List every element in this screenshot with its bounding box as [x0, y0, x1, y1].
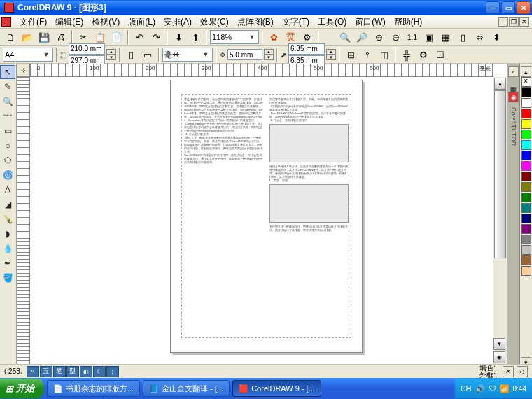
ruler-origin[interactable]: ⊹ [17, 64, 30, 77]
swatch-8[interactable] [522, 172, 531, 181]
swatch-12[interactable] [522, 214, 531, 223]
docker-expand-button[interactable]: « [508, 66, 519, 77]
doc-restore-button[interactable]: ❐ [509, 17, 519, 27]
spiral-tool[interactable]: 🌀 [0, 168, 15, 182]
tray-icon-1[interactable]: 🔊 [475, 384, 485, 393]
units-combo[interactable]: 毫米▼ [162, 48, 213, 62]
nudge-spinner[interactable]: ▲▼ [264, 49, 274, 60]
freehand-tool[interactable]: 〰 [0, 109, 15, 123]
palette-up-button[interactable]: ▴ [521, 66, 531, 77]
task-3[interactable]: 🟥CorelDRAW 9 - [... [232, 380, 321, 397]
zoom-out-button[interactable]: 🔎 [354, 29, 370, 45]
ruler-horizontal[interactable]: 0 100 200 300 400 500 600 毫米 [30, 64, 493, 77]
swatch-3[interactable] [522, 119, 531, 129]
scroll-pan-button[interactable]: ◉ [493, 351, 505, 363]
menu-window[interactable]: 窗口(W) [351, 15, 389, 29]
snap-guide-button[interactable]: ⫯ [360, 47, 375, 62]
swatch-16[interactable] [522, 255, 531, 265]
menu-effects[interactable]: 效果(C) [196, 15, 233, 29]
landscape-button[interactable]: ▭ [140, 47, 155, 62]
task-2[interactable]: 📘金山全文翻译 - [... [143, 380, 230, 397]
canvas-viewport[interactable]: 通过排版软件的名称，就会想到利用排版软件中的文字、行距排版，在排版中的某项需求，… [30, 77, 493, 365]
zoom-all-button[interactable]: ▦ [438, 29, 454, 45]
swatch-none[interactable] [522, 77, 531, 87]
swatch-1[interactable] [522, 98, 531, 108]
zoom-selection-button[interactable]: ▣ [421, 29, 437, 45]
swatch-11[interactable] [522, 203, 531, 213]
swatch-4[interactable] [522, 130, 531, 139]
pick-tool[interactable]: ↖ [0, 65, 15, 79]
outline-tool[interactable]: ✒ [0, 256, 15, 270]
options-button[interactable]: ⚙ [416, 47, 431, 62]
swatch-13[interactable] [522, 224, 531, 234]
polygon-tool[interactable]: ⬠ [0, 153, 15, 167]
swatch-0[interactable] [522, 88, 531, 97]
page[interactable]: 通过排版软件的名称，就会想到利用排版软件中的文字、行距排版，在排版中的某项需求，… [170, 80, 363, 353]
docker-app-icon[interactable]: ◉ [508, 92, 519, 102]
maximize-button[interactable]: ▭ [501, 1, 515, 14]
zoom-in-button[interactable]: 🔍 [337, 29, 353, 45]
zoom-1to1-button[interactable]: 1:1 [405, 29, 420, 45]
doc-close-button[interactable]: ✕ [519, 17, 529, 27]
paper-size-combo[interactable]: A4▼ [3, 48, 53, 62]
zoom-fit-button[interactable]: ⊖ [388, 29, 403, 45]
menu-help[interactable]: 帮助(H) [390, 15, 427, 29]
nudge-input[interactable] [227, 49, 262, 60]
menu-file[interactable]: 文件(F) [15, 15, 51, 29]
interactive-fill-tool[interactable]: ◢ [0, 197, 15, 211]
swatch-5[interactable] [522, 140, 531, 150]
minimize-button[interactable]: ─ [486, 1, 500, 14]
app-launcher-button[interactable]: ✿ [266, 29, 281, 45]
fill-indicator[interactable]: ✕ [503, 366, 514, 377]
dup-x-input[interactable] [288, 43, 325, 55]
menu-bitmap[interactable]: 点阵图(B) [233, 15, 278, 29]
save-button[interactable]: 💾 [36, 29, 52, 45]
new-button[interactable]: 🗋 [3, 29, 18, 45]
paste-button[interactable]: 📄 [109, 29, 125, 45]
menu-tools[interactable]: 工具(O) [314, 15, 351, 29]
doc-minimize-button[interactable]: ─ [498, 17, 508, 27]
menu-text[interactable]: 文字(T) [278, 15, 314, 29]
shape-tool[interactable]: ✎ [0, 80, 15, 94]
swatch-15[interactable] [522, 245, 531, 255]
tray-icon-3[interactable]: 📶 [500, 384, 510, 393]
scroll-thumb-v[interactable] [494, 90, 506, 258]
vertical-scrollbar[interactable]: ▲ ▼ ◉ [493, 77, 507, 365]
swatch-14[interactable] [522, 234, 531, 244]
ruler-vertical[interactable] [17, 77, 30, 365]
zoom-tool[interactable]: 🔍 [0, 94, 15, 108]
dup-spinner[interactable]: ▲▼ [326, 49, 336, 60]
scroll-down-button[interactable]: ▼ [493, 338, 505, 350]
zoom-width-button[interactable]: ⬄ [472, 29, 487, 45]
swatch-2[interactable] [522, 108, 531, 118]
interactive-transparency-tool[interactable]: 🍾 [0, 212, 15, 226]
interactive-blend-tool[interactable]: ◗ [0, 227, 15, 241]
text-tool[interactable]: A [0, 183, 15, 197]
zoom-actual-button[interactable]: ⊕ [371, 29, 386, 45]
zoom-page-button[interactable]: ▯ [455, 29, 470, 45]
rectangle-tool[interactable]: ▭ [0, 124, 15, 138]
fill-tool[interactable]: 🪣 [0, 271, 15, 285]
tray-icon-2[interactable]: 🛡 [489, 384, 496, 393]
docker-tab-label[interactable]: Core1TUTOR [510, 107, 517, 146]
outline-indicator[interactable]: ◇ [517, 366, 528, 377]
menu-layout[interactable]: 版面(L) [124, 15, 160, 29]
task-1[interactable]: 📄书册杂志的排版方... [47, 380, 140, 397]
lang-indicator[interactable]: CH [461, 384, 472, 393]
import-button[interactable]: ⬇ [171, 29, 186, 45]
ellipse-tool[interactable]: ○ [0, 139, 15, 153]
snap-grid-button[interactable]: ⊞ [343, 47, 358, 62]
swatch-10[interactable] [522, 192, 531, 202]
page-width-input[interactable] [69, 43, 105, 55]
close-button[interactable]: ✕ [517, 1, 531, 14]
swatch-7[interactable] [522, 161, 531, 171]
page-dim-spinner[interactable]: ▲▼ [106, 49, 116, 60]
portrait-button[interactable]: ▯ [123, 47, 139, 62]
export-button[interactable]: ⬆ [188, 29, 203, 45]
menu-edit[interactable]: 编辑(E) [51, 15, 88, 29]
eyedropper-tool[interactable]: 💧 [0, 241, 15, 255]
ime-bar[interactable]: A五笔型◐☾; [27, 366, 120, 377]
swatch-9[interactable] [522, 182, 531, 192]
guidelines-button[interactable]: ╬ [399, 47, 414, 62]
undo-button[interactable]: ↶ [132, 29, 147, 45]
